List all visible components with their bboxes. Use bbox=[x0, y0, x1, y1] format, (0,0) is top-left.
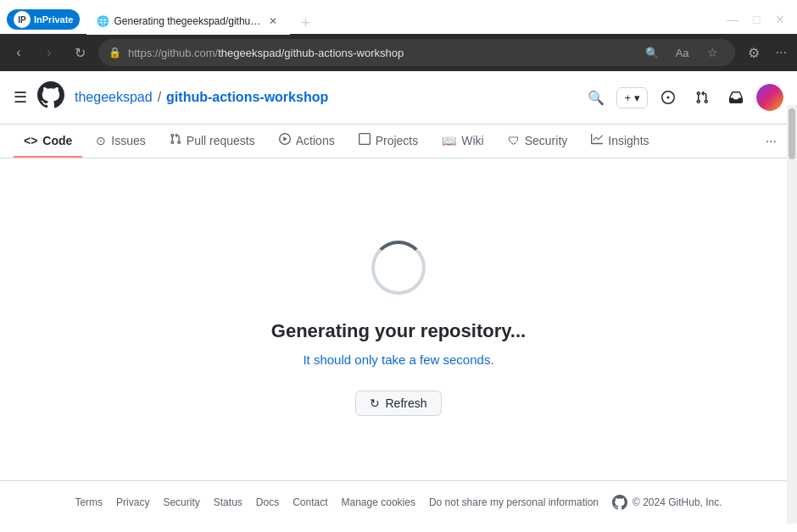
lock-icon: 🔒 bbox=[109, 47, 121, 58]
minimize-button[interactable]: — bbox=[722, 9, 743, 30]
projects-tab-label: Projects bbox=[376, 134, 419, 147]
footer-copyright: © 2024 GitHub, Inc. bbox=[633, 496, 722, 508]
inprivate-label: InPrivate bbox=[34, 14, 73, 25]
address-bar-row: ‹ › ↻ 🔒 https://github.com/thegeekspad/g… bbox=[0, 34, 797, 71]
favorite-icon[interactable]: ☆ bbox=[701, 41, 725, 64]
tab-wiki[interactable]: 📖 Wiki bbox=[432, 125, 493, 158]
loading-spinner bbox=[371, 241, 426, 295]
header-right-actions: 🔍 + ▾ bbox=[582, 84, 783, 111]
github-nav-tabs: <> Code ⊙ Issues Pull requests Actions P… bbox=[0, 125, 797, 158]
refresh-label: Refresh bbox=[385, 396, 426, 410]
code-tab-label: Code bbox=[42, 134, 72, 147]
issues-tab-label: Issues bbox=[111, 134, 145, 147]
refresh-icon: ↻ bbox=[370, 396, 380, 410]
footer-security-link[interactable]: Security bbox=[163, 496, 199, 508]
maximize-button[interactable]: □ bbox=[746, 9, 766, 30]
extensions-button[interactable]: ⚙ bbox=[742, 41, 766, 64]
wiki-tab-label: Wiki bbox=[461, 134, 483, 147]
read-icon: Aa bbox=[671, 41, 694, 64]
footer-privacy-link[interactable]: Privacy bbox=[116, 496, 149, 508]
insights-tab-icon bbox=[591, 133, 603, 147]
tab-pull-requests[interactable]: Pull requests bbox=[159, 125, 265, 158]
tab-issues[interactable]: ⊙ Issues bbox=[86, 125, 155, 158]
footer-status-link[interactable]: Status bbox=[214, 496, 242, 508]
tab-favicon: 🌐 bbox=[97, 15, 109, 27]
tab-bar: 🌐 Generating thegeekspad/github-... ✕ + bbox=[86, 4, 716, 35]
more-tabs-button[interactable]: ··· bbox=[759, 125, 783, 158]
footer-contact-link[interactable]: Contact bbox=[293, 496, 327, 508]
github-logo[interactable] bbox=[37, 81, 64, 114]
address-text: https://github.com/thegeekspad/github-ac… bbox=[128, 47, 633, 59]
code-tab-icon: <> bbox=[24, 134, 37, 147]
address-bar[interactable]: 🔒 https://github.com/thegeekspad/github-… bbox=[98, 39, 735, 66]
tab-title: Generating thegeekspad/github-... bbox=[114, 15, 261, 27]
plus-icon: + bbox=[624, 91, 631, 104]
issues-notification-button[interactable] bbox=[655, 84, 682, 111]
repo-name-link[interactable]: github-actions-workshop bbox=[166, 90, 328, 105]
footer-manage-cookies-link[interactable]: Manage cookies bbox=[342, 496, 415, 508]
pull-requests-nav-button[interactable] bbox=[688, 84, 716, 111]
address-base: https://github.com/ bbox=[128, 47, 218, 59]
user-avatar[interactable] bbox=[756, 84, 783, 111]
zoom-icon: 🔍 bbox=[640, 41, 664, 64]
insights-tab-label: Insights bbox=[608, 134, 649, 147]
loading-spinner-container bbox=[371, 241, 426, 295]
address-path: thegeekspad/github-actions-workshop bbox=[218, 47, 404, 59]
issues-tab-icon: ⊙ bbox=[96, 134, 106, 147]
actions-tab-label: Actions bbox=[296, 134, 335, 147]
github-page: ☰ thegeekspad / github-actions-workshop … bbox=[0, 71, 797, 524]
browser-menu-button[interactable]: ··· bbox=[772, 41, 790, 64]
scrollbar[interactable] bbox=[787, 105, 797, 524]
breadcrumb: thegeekspad / github-actions-workshop bbox=[75, 90, 328, 105]
tab-code[interactable]: <> Code bbox=[14, 125, 82, 158]
browser-chrome: IP InPrivate 🌐 Generating thegeekspad/gi… bbox=[0, 0, 797, 71]
breadcrumb-separator: / bbox=[158, 90, 161, 105]
pull-requests-tab-label: Pull requests bbox=[187, 134, 255, 147]
footer-logo: © 2024 GitHub, Inc. bbox=[612, 495, 722, 510]
close-button[interactable]: ✕ bbox=[770, 9, 790, 30]
refresh-button[interactable]: ↻ bbox=[68, 41, 92, 64]
security-tab-icon: 🛡 bbox=[508, 134, 520, 147]
footer-do-not-share-link[interactable]: Do not share my personal information bbox=[429, 496, 599, 508]
actions-tab-icon bbox=[279, 133, 291, 147]
footer: Terms Privacy Security Status Docs Conta… bbox=[0, 480, 797, 524]
generating-title: Generating your repository... bbox=[271, 320, 526, 342]
active-tab[interactable]: 🌐 Generating thegeekspad/github-... ✕ bbox=[86, 8, 290, 35]
new-tab-button[interactable]: + bbox=[293, 11, 317, 35]
github-header: ☰ thegeekspad / github-actions-workshop … bbox=[0, 71, 797, 125]
avatar-image bbox=[756, 84, 783, 111]
tab-projects[interactable]: Projects bbox=[348, 125, 429, 158]
footer-terms-link[interactable]: Terms bbox=[75, 496, 103, 508]
security-tab-label: Security bbox=[525, 134, 568, 147]
inbox-button[interactable] bbox=[722, 84, 750, 111]
add-dropdown-arrow: ▾ bbox=[634, 91, 640, 104]
back-button[interactable]: ‹ bbox=[7, 41, 31, 64]
wiki-tab-icon: 📖 bbox=[442, 134, 456, 147]
repo-owner-link[interactable]: thegeekspad bbox=[75, 90, 153, 105]
title-bar: IP InPrivate 🌐 Generating thegeekspad/gi… bbox=[0, 0, 797, 34]
title-bar-controls: — □ ✕ bbox=[722, 9, 790, 30]
pull-requests-tab-icon bbox=[170, 133, 181, 147]
tab-insights[interactable]: Insights bbox=[581, 125, 659, 158]
search-button[interactable]: 🔍 bbox=[582, 84, 610, 111]
tab-actions[interactable]: Actions bbox=[269, 125, 345, 158]
projects-tab-icon bbox=[359, 133, 371, 147]
scrollbar-thumb[interactable] bbox=[789, 108, 795, 159]
tab-close-button[interactable]: ✕ bbox=[266, 14, 280, 28]
add-new-button[interactable]: + ▾ bbox=[616, 87, 648, 108]
generating-subtitle: It should only take a few seconds. bbox=[303, 352, 493, 367]
refresh-button[interactable]: ↻ Refresh bbox=[355, 391, 441, 416]
tab-security[interactable]: 🛡 Security bbox=[498, 125, 578, 158]
footer-docs-link[interactable]: Docs bbox=[256, 496, 279, 508]
forward-button[interactable]: › bbox=[37, 41, 61, 64]
profile-pic: IP bbox=[14, 11, 31, 28]
main-content: Generating your repository... It should … bbox=[0, 158, 797, 480]
hamburger-menu-icon[interactable]: ☰ bbox=[14, 88, 27, 107]
inprivate-badge[interactable]: IP InPrivate bbox=[7, 9, 80, 30]
